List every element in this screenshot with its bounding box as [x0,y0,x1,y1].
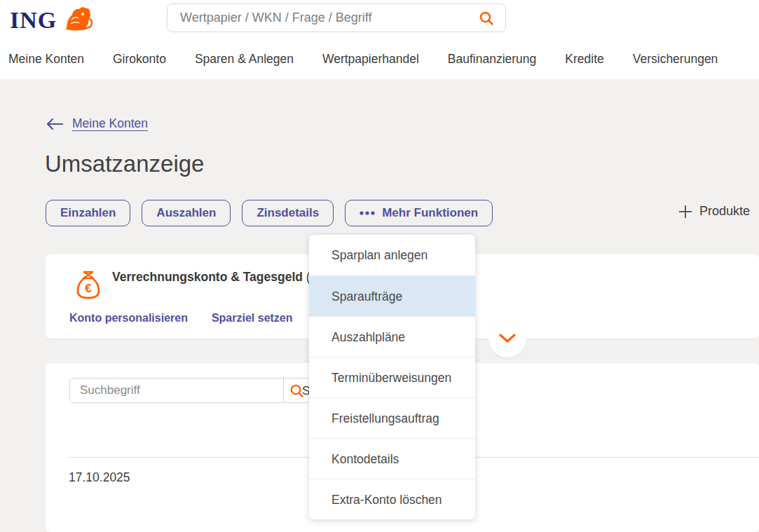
zinsdetails-button[interactable]: Zinsdetails [242,200,334,226]
mehr-funktionen-menu: Sparplan anlegen Sparaufträge Auszahlplä… [309,235,475,519]
produkte-button[interactable]: Produkte [678,204,750,219]
nav-item-baufinanzierung[interactable]: Baufinanzierung [448,52,536,67]
header: ING [0,0,759,39]
action-buttons: Einzahlen Auszahlen Zinsdetails Mehr Fun… [46,200,493,226]
ing-logo[interactable]: ING [10,6,93,35]
mehr-funktionen-button[interactable]: Mehr Funktionen [345,200,493,226]
auszahlen-button[interactable]: Auszahlen [142,200,231,226]
menu-item-extra-konto-loeschen[interactable]: Extra-Konto löschen [309,479,475,519]
konto-personalisieren-link[interactable]: Konto personalisieren [69,312,188,325]
search-icon[interactable] [479,11,494,26]
chevron-down-icon [498,334,517,343]
menu-item-sparplan-anlegen[interactable]: Sparplan anlegen [309,235,475,275]
nav-item-wertpapierhandel[interactable]: Wertpapierhandel [322,52,419,67]
menu-item-freistellungsauftrag[interactable]: Freistellungsauftrag [309,397,475,438]
sparziel-setzen-link[interactable]: Sparziel setzen [212,312,293,325]
main-nav: Meine Konten Girokonto Sparen & Anlegen … [0,39,759,79]
nav-item-sparen-anlegen[interactable]: Sparen & Anlegen [195,52,294,67]
transaction-search-input[interactable] [70,383,283,397]
menu-item-sparauftraege[interactable]: Sparaufträge [309,275,475,316]
produkte-label: Produkte [699,204,750,219]
svg-text:€: € [85,282,92,295]
global-search [167,4,506,32]
ing-lion-icon [61,6,93,35]
menu-item-terminueberweisungen[interactable]: Terminüberweisungen [309,357,475,397]
ing-logo-text: ING [10,6,57,34]
main-content: Meine Konten Umsatzanzeige Einzahlen Aus… [0,79,759,532]
transaction-search [69,378,310,403]
back-arrow-icon[interactable] [46,117,64,131]
page-title: Umsatzanzeige [45,151,204,177]
breadcrumb: Meine Konten [46,116,148,131]
expand-card-button[interactable] [488,320,526,357]
money-bag-icon: € [75,269,102,303]
account-title: Verrechnungskonto & Tagesgeld (E [112,270,318,285]
ellipsis-icon [360,211,375,215]
transaction-date: 17.10.2025 [69,470,130,485]
nav-item-versicherungen[interactable]: Versicherungen [633,52,718,67]
nav-item-girokonto[interactable]: Girokonto [113,52,166,67]
nav-item-meine-konten[interactable]: Meine Konten [8,52,84,67]
menu-item-kontodetails[interactable]: Kontodetails [309,438,475,479]
plus-icon [678,205,692,219]
einzahlen-button[interactable]: Einzahlen [46,200,130,226]
mehr-funktionen-label: Mehr Funktionen [382,206,478,220]
breadcrumb-link-meine-konten[interactable]: Meine Konten [72,116,148,131]
nav-item-kredite[interactable]: Kredite [565,52,603,67]
account-links: Konto personalisieren Sparziel setzen [69,312,293,325]
global-search-input[interactable] [167,11,479,25]
menu-item-auszahlplaene[interactable]: Auszahlpläne [309,316,475,357]
